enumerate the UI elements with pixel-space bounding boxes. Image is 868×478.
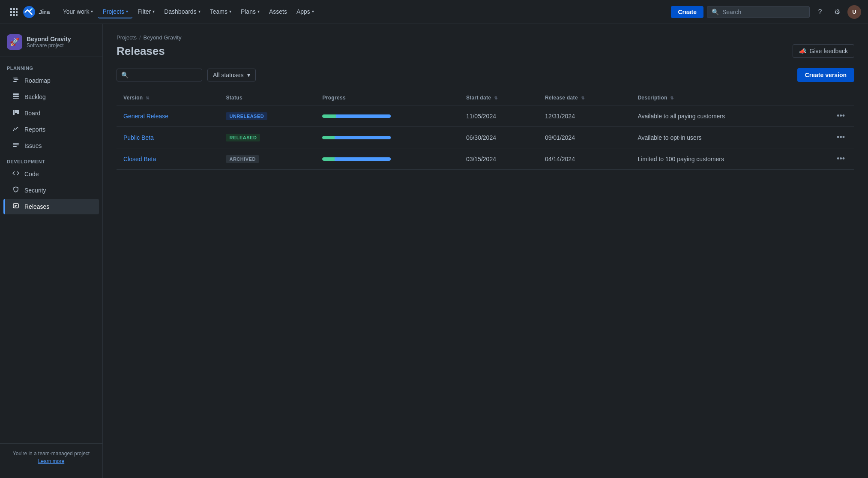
svg-rect-20 bbox=[13, 144, 19, 145]
table-header: Version ⇅ Status Progress Start date ⇅ R bbox=[117, 90, 854, 105]
breadcrumb-current: Beyond Gravity bbox=[144, 34, 182, 41]
col-release-date: Release date ⇅ bbox=[538, 90, 631, 105]
row-actions-button[interactable]: ••• bbox=[814, 132, 847, 143]
nav-filter[interactable]: Filter ▾ bbox=[133, 6, 159, 18]
svg-rect-18 bbox=[17, 110, 19, 114]
project-header: 🚀 Beyond Gravity Software project bbox=[0, 31, 102, 57]
svg-rect-4 bbox=[13, 11, 15, 13]
row-actions-button[interactable]: ••• bbox=[814, 153, 847, 164]
progress-bar bbox=[322, 136, 391, 139]
release-date: 04/14/2024 bbox=[538, 148, 631, 170]
sidebar-item-board-label: Board bbox=[24, 110, 40, 117]
svg-rect-15 bbox=[13, 98, 19, 99]
sort-icon: ⇅ bbox=[581, 96, 584, 100]
svg-rect-0 bbox=[10, 8, 12, 10]
version-link[interactable]: Public Beta bbox=[123, 134, 154, 141]
sidebar-item-security-label: Security bbox=[24, 187, 46, 194]
project-type: Software project bbox=[27, 42, 71, 48]
start-date: 11/05/2024 bbox=[459, 105, 538, 127]
sort-icon: ⇅ bbox=[670, 96, 673, 100]
search-box[interactable]: 🔍 Search bbox=[707, 6, 810, 18]
releases-toolbar: 🔍 All statuses ▾ Create version bbox=[117, 68, 854, 82]
nav-plans[interactable]: Plans ▾ bbox=[236, 6, 264, 18]
release-date: 09/01/2024 bbox=[538, 127, 631, 148]
settings-button[interactable]: ⚙ bbox=[830, 5, 844, 19]
svg-rect-10 bbox=[13, 78, 18, 78]
sidebar-item-backlog[interactable]: Backlog bbox=[3, 89, 99, 105]
nav-dashboards[interactable]: Dashboards ▾ bbox=[160, 6, 205, 18]
version-link[interactable]: General Release bbox=[123, 113, 168, 120]
help-button[interactable]: ? bbox=[813, 5, 827, 19]
sidebar-item-board[interactable]: Board bbox=[3, 105, 99, 121]
nav-your-work[interactable]: Your work ▾ bbox=[59, 6, 98, 18]
roadmap-icon bbox=[12, 76, 20, 85]
sidebar-item-security[interactable]: Security bbox=[3, 183, 99, 198]
learn-more-link[interactable]: Learn more bbox=[7, 458, 96, 464]
status-filter-label: All statuses bbox=[213, 72, 244, 78]
col-status: Status bbox=[219, 90, 315, 105]
sidebar-item-releases[interactable]: Releases bbox=[3, 199, 99, 214]
sort-icon: ⇅ bbox=[146, 96, 149, 100]
reports-icon bbox=[12, 125, 20, 134]
chevron-down-icon: ▾ bbox=[198, 9, 201, 14]
search-releases-input[interactable]: 🔍 bbox=[117, 69, 202, 81]
search-field[interactable] bbox=[132, 72, 198, 78]
sidebar-item-issues[interactable]: Issues bbox=[3, 138, 99, 153]
svg-point-9 bbox=[31, 8, 33, 9]
give-feedback-button[interactable]: 📣 Give feedback bbox=[793, 44, 855, 58]
status-badge: ARCHIVED bbox=[226, 155, 259, 163]
chevron-down-icon: ▾ bbox=[312, 9, 314, 14]
releases-icon bbox=[12, 202, 20, 211]
svg-rect-22 bbox=[13, 204, 18, 208]
breadcrumb-projects[interactable]: Projects bbox=[117, 34, 137, 41]
sidebar-item-reports[interactable]: Reports bbox=[3, 122, 99, 137]
sidebar-item-reports-label: Reports bbox=[24, 126, 45, 133]
nav-apps[interactable]: Apps ▾ bbox=[292, 6, 318, 18]
svg-rect-19 bbox=[13, 143, 19, 144]
svg-rect-11 bbox=[14, 79, 18, 80]
sidebar-footer: You're in a team-managed project Learn m… bbox=[0, 443, 102, 471]
progress-bar bbox=[322, 114, 391, 118]
search-icon: 🔍 bbox=[121, 72, 129, 78]
table-body: General ReleaseUNRELEASED11/05/202412/31… bbox=[117, 105, 854, 170]
releases-table: Version ⇅ Status Progress Start date ⇅ R bbox=[117, 90, 854, 170]
create-version-button[interactable]: Create version bbox=[797, 68, 854, 82]
status-badge: RELEASED bbox=[226, 134, 260, 141]
status-filter-dropdown[interactable]: All statuses ▾ bbox=[207, 69, 256, 81]
megaphone-icon: 📣 bbox=[799, 48, 806, 54]
layout: 🚀 Beyond Gravity Software project Planni… bbox=[0, 24, 868, 478]
nav-teams[interactable]: Teams ▾ bbox=[206, 6, 236, 18]
page-title: Releases bbox=[117, 45, 165, 58]
table-row: Closed BetaARCHIVED03/15/202404/14/2024L… bbox=[117, 148, 854, 170]
col-description: Description ⇅ bbox=[631, 90, 807, 105]
project-name: Beyond Gravity bbox=[27, 36, 71, 42]
chevron-down-icon: ▾ bbox=[257, 9, 260, 14]
topnav-nav: Your work ▾ Projects ▾ Filter ▾ Dashboar… bbox=[59, 6, 670, 18]
create-button[interactable]: Create bbox=[671, 6, 703, 18]
col-actions bbox=[807, 90, 854, 105]
start-date: 06/30/2024 bbox=[459, 127, 538, 148]
grid-icon[interactable] bbox=[7, 5, 21, 19]
search-placeholder: Search bbox=[722, 9, 741, 15]
row-actions-button[interactable]: ••• bbox=[814, 111, 847, 121]
backlog-icon bbox=[12, 93, 20, 101]
sidebar-item-roadmap[interactable]: Roadmap bbox=[3, 73, 99, 88]
nav-assets[interactable]: Assets bbox=[265, 6, 291, 18]
sidebar-item-code-label: Code bbox=[24, 171, 39, 177]
version-link[interactable]: Closed Beta bbox=[123, 156, 156, 162]
breadcrumb-separator: / bbox=[139, 34, 141, 41]
code-icon bbox=[12, 170, 20, 178]
nav-projects[interactable]: Projects ▾ bbox=[98, 6, 132, 18]
description: Available to all paying customers bbox=[631, 105, 807, 127]
table-row: Public BetaRELEASED06/30/202409/01/2024A… bbox=[117, 127, 854, 148]
sidebar-item-code[interactable]: Code bbox=[3, 166, 99, 182]
avatar[interactable]: U bbox=[847, 5, 861, 19]
chevron-down-icon: ▾ bbox=[229, 9, 231, 14]
start-date: 03/15/2024 bbox=[459, 148, 538, 170]
release-date: 12/31/2024 bbox=[538, 105, 631, 127]
page-header: Releases 📣 Give feedback bbox=[117, 44, 854, 58]
jira-logo[interactable]: Jira bbox=[22, 5, 50, 19]
chevron-down-icon: ▾ bbox=[247, 72, 250, 78]
sidebar-footer-text: You're in a team-managed project bbox=[13, 451, 90, 457]
chevron-down-icon: ▾ bbox=[126, 9, 128, 14]
